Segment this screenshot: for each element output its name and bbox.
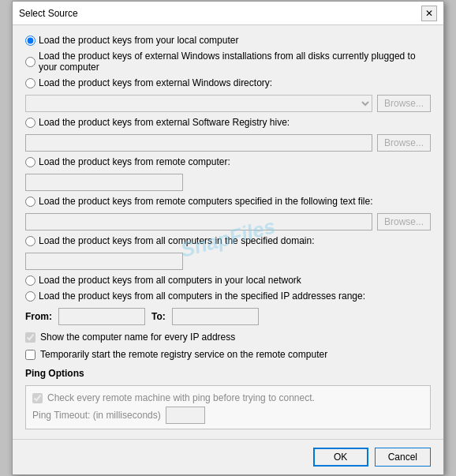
to-label: To: bbox=[151, 311, 166, 322]
select-source-dialog: Select Source ✕ Load the product keys fr… bbox=[12, 1, 444, 475]
option-remote-computer: Load the product keys from remote comput… bbox=[25, 156, 431, 167]
title-bar: Select Source ✕ bbox=[13, 2, 443, 25]
option-software-registry-hive: Load the product keys from external Soft… bbox=[25, 117, 431, 128]
temp-start-registry-checkbox[interactable] bbox=[25, 350, 36, 360]
text-file-row: Browse... bbox=[25, 213, 431, 231]
ip-range-row: From: 192.168.0.1 To: 192.168.0.254 bbox=[25, 308, 431, 325]
option-ip-range: Load the product keys from all computers… bbox=[25, 290, 431, 302]
cancel-button[interactable]: Cancel bbox=[375, 448, 431, 467]
from-label: From: bbox=[25, 311, 52, 322]
software-hive-input[interactable] bbox=[25, 134, 372, 152]
option-domain: Load the product keys from all computers… bbox=[25, 235, 431, 246]
radio-remote-computer[interactable] bbox=[25, 157, 36, 167]
temp-start-registry-row: Temporarily start the remote registry se… bbox=[25, 349, 431, 360]
radio-text-file[interactable] bbox=[25, 197, 36, 207]
label-ip-range[interactable]: Load the product keys from all computers… bbox=[39, 290, 365, 302]
ping-options-label: Ping Options bbox=[25, 368, 431, 379]
windows-dir-dropdown[interactable] bbox=[25, 95, 372, 112]
browse-software-hive-button[interactable]: Browse... bbox=[377, 134, 431, 152]
software-hive-row: Browse... bbox=[25, 134, 431, 152]
windows-dir-row: Browse... bbox=[25, 95, 431, 112]
label-local-computer[interactable]: Load the product keys from your local co… bbox=[39, 35, 238, 46]
ping-group: Check every remote machine with ping bef… bbox=[25, 385, 431, 429]
ok-button[interactable]: OK bbox=[313, 448, 368, 467]
browse-windows-dir-button[interactable]: Browse... bbox=[377, 95, 431, 112]
browse-text-file-button[interactable]: Browse... bbox=[377, 213, 431, 231]
label-remote-computer[interactable]: Load the product keys from remote comput… bbox=[39, 156, 230, 167]
option-local-computer: Load the product keys from your local co… bbox=[25, 35, 431, 46]
dialog-title: Select Source bbox=[19, 8, 78, 19]
dialog-footer: OK Cancel bbox=[13, 439, 443, 474]
show-computer-name-label: Show the computer name for every IP addr… bbox=[40, 332, 235, 343]
ping-timeout-input[interactable]: 50 bbox=[166, 407, 205, 424]
temp-start-registry-label: Temporarily start the remote registry se… bbox=[40, 349, 327, 360]
check-ping-label: Check every remote machine with ping bef… bbox=[47, 392, 315, 403]
label-software-registry-hive[interactable]: Load the product keys from external Soft… bbox=[39, 117, 290, 128]
domain-row bbox=[25, 253, 431, 270]
remote-computer-row bbox=[25, 174, 431, 191]
text-file-input[interactable] bbox=[25, 213, 372, 231]
radio-external-all-disks[interactable] bbox=[25, 57, 36, 67]
ping-timeout-row: Ping Timeout: (in milliseconds) 50 bbox=[32, 407, 424, 424]
domain-input[interactable] bbox=[25, 253, 183, 270]
option-external-windows-dir: Load the product keys from external Wind… bbox=[25, 77, 431, 88]
label-domain[interactable]: Load the product keys from all computers… bbox=[39, 235, 315, 246]
option-external-all-disks: Load the product keys of external Window… bbox=[25, 51, 431, 73]
radio-domain[interactable] bbox=[25, 236, 36, 246]
label-external-all-disks[interactable]: Load the product keys of external Window… bbox=[39, 51, 431, 73]
label-text-file[interactable]: Load the product keys from remote comput… bbox=[39, 196, 373, 207]
check-ping-row: Check every remote machine with ping bef… bbox=[32, 392, 424, 403]
ping-timeout-label: Ping Timeout: (in milliseconds) bbox=[32, 410, 161, 421]
close-button[interactable]: ✕ bbox=[421, 6, 437, 21]
show-computer-name-row: Show the computer name for every IP addr… bbox=[25, 332, 431, 343]
label-local-network[interactable]: Load the product keys from all computers… bbox=[39, 275, 301, 286]
radio-ip-range[interactable] bbox=[25, 291, 36, 302]
to-ip-input[interactable]: 192.168.0.254 bbox=[172, 308, 259, 325]
check-ping-checkbox[interactable] bbox=[32, 393, 43, 403]
dialog-content: Load the product keys from your local co… bbox=[13, 25, 443, 439]
remote-computer-input[interactable] bbox=[25, 174, 183, 191]
label-external-windows-dir[interactable]: Load the product keys from external Wind… bbox=[39, 77, 272, 88]
show-computer-name-checkbox[interactable] bbox=[25, 332, 36, 343]
radio-software-registry-hive[interactable] bbox=[25, 118, 36, 128]
radio-local-computer[interactable] bbox=[25, 36, 36, 46]
radio-external-windows-dir[interactable] bbox=[25, 78, 36, 88]
radio-local-network[interactable] bbox=[25, 275, 36, 286]
option-text-file: Load the product keys from remote comput… bbox=[25, 196, 431, 207]
from-ip-input[interactable]: 192.168.0.1 bbox=[58, 308, 145, 325]
option-local-network: Load the product keys from all computers… bbox=[25, 275, 431, 286]
